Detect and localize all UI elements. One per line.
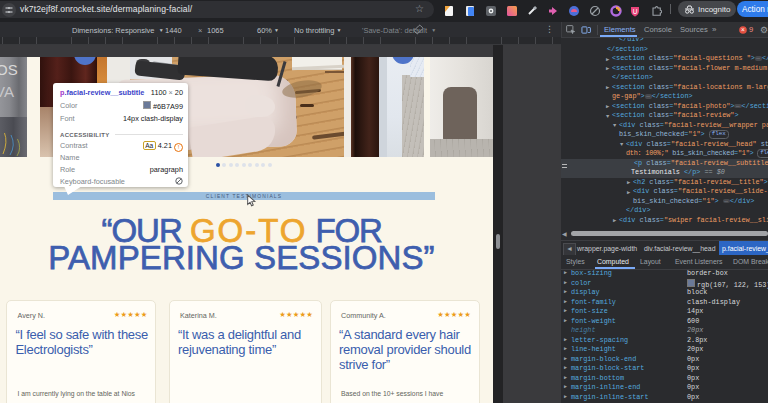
svg-text:×: × — [741, 26, 745, 33]
svg-text:U: U — [633, 8, 638, 15]
